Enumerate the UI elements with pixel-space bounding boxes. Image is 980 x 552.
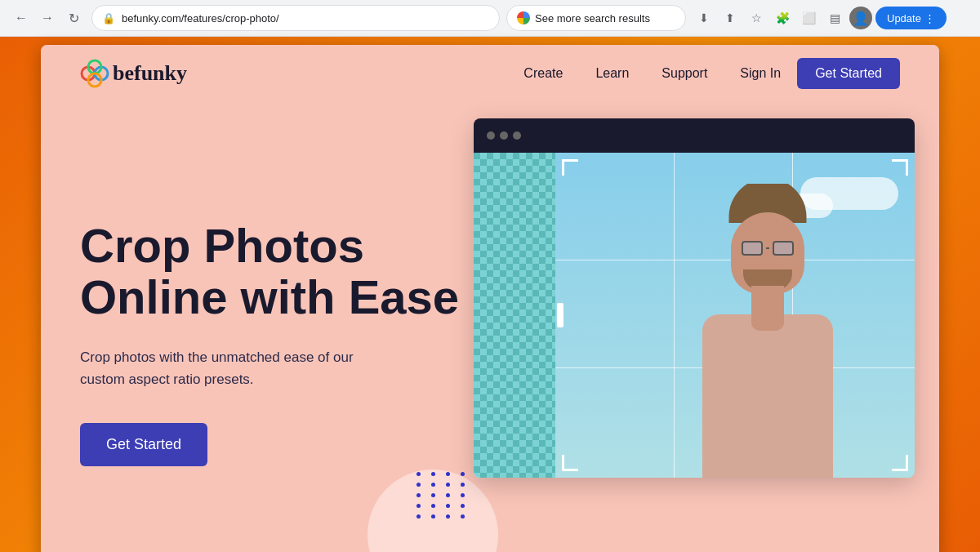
extensions-icon[interactable]: 🧩 xyxy=(771,7,794,29)
shirt-collar xyxy=(751,314,784,331)
tab-groups-icon[interactable]: ⬜ xyxy=(797,7,820,29)
nav-support[interactable]: Support xyxy=(662,66,707,81)
hero-left: Crop Photos Online with Ease Crop photos… xyxy=(41,102,466,552)
share-icon[interactable]: ⬆ xyxy=(719,7,742,29)
mockup-titlebar xyxy=(474,118,915,153)
person-body xyxy=(694,216,841,478)
forward-button[interactable]: → xyxy=(36,7,59,29)
update-label: Update xyxy=(887,12,921,24)
logo-text: befunky xyxy=(113,61,187,86)
logo-icon xyxy=(80,59,109,88)
url-display: befunky.com/features/crop-photo/ xyxy=(122,12,489,24)
profile-button[interactable]: 👤 xyxy=(849,7,872,29)
hero-cta-button[interactable]: Get Started xyxy=(80,423,207,466)
transparency-pattern xyxy=(474,153,555,478)
person-shirt xyxy=(702,314,833,478)
site-logo[interactable]: befunky xyxy=(80,59,187,88)
hero-section: Crop Photos Online with Ease Crop photos… xyxy=(41,102,939,552)
nav-learn[interactable]: Learn xyxy=(595,66,629,81)
traffic-dot-2 xyxy=(500,131,508,140)
reload-button[interactable]: ↻ xyxy=(62,7,85,29)
toolbar-icons: ⬇ ⬆ ☆ 🧩 ⬜ ▤ 👤 Update ⋮ xyxy=(693,7,947,29)
sidebar-icon[interactable]: ▤ xyxy=(823,7,846,29)
hero-right xyxy=(466,102,939,552)
address-bar[interactable]: 🔒 befunky.com/features/crop-photo/ xyxy=(91,5,500,31)
person-neck xyxy=(751,286,784,318)
back-button[interactable]: ← xyxy=(10,7,33,29)
person-glasses xyxy=(742,241,794,256)
google-logo xyxy=(517,11,530,24)
crop-handle-left xyxy=(557,303,564,327)
crop-corner-br xyxy=(892,455,908,471)
person-head xyxy=(731,212,804,294)
website-container: befunky Create Learn Support Sign In Get… xyxy=(41,45,939,552)
search-text: See more search results xyxy=(535,12,650,24)
traffic-dot-3 xyxy=(513,131,521,140)
hero-subtitle: Crop photos with the unmatched ease of o… xyxy=(80,346,390,390)
app-mockup xyxy=(474,118,915,478)
crop-corner-tr xyxy=(892,159,908,176)
nav-create[interactable]: Create xyxy=(523,66,563,81)
update-button[interactable]: Update ⋮ xyxy=(875,7,947,29)
browser-nav-buttons: ← → ↻ xyxy=(10,7,85,29)
mockup-body xyxy=(474,153,915,478)
browser-chrome: ← → ↻ 🔒 befunky.com/features/crop-photo/… xyxy=(0,0,980,37)
site-nav: befunky Create Learn Support Sign In Get… xyxy=(41,45,939,102)
traffic-dot-1 xyxy=(487,131,495,140)
google-search-bar[interactable]: See more search results xyxy=(506,5,686,31)
get-started-nav-button[interactable]: Get Started xyxy=(797,58,900,89)
person-photo xyxy=(653,184,882,478)
crop-corner-tl xyxy=(562,159,578,176)
crop-corner-bl xyxy=(562,455,578,471)
browser-toolbar: ← → ↻ 🔒 befunky.com/features/crop-photo/… xyxy=(0,0,980,36)
nav-links: Create Learn Support xyxy=(523,66,707,81)
download-icon[interactable]: ⬇ xyxy=(693,7,715,29)
bookmark-icon[interactable]: ☆ xyxy=(745,7,768,29)
sign-in-link[interactable]: Sign In xyxy=(740,66,781,81)
hero-title: Crop Photos Online with Ease xyxy=(80,220,466,324)
